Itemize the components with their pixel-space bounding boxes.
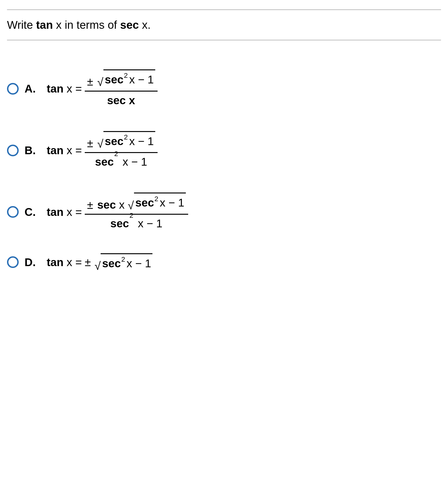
sqrt: √ sec2 x − 1 (97, 131, 155, 149)
radio-a[interactable] (7, 83, 19, 95)
q-prefix: Write (7, 19, 36, 31)
sqrt: √ sec2 x − 1 (97, 69, 155, 87)
lhs-var: x = (63, 206, 82, 218)
lhs-var: x = (63, 82, 82, 95)
radical-icon: √ (97, 138, 103, 150)
xminus1: x − 1 (160, 195, 184, 210)
option-label-a: A. (25, 81, 41, 96)
xminus1: x − 1 (135, 217, 162, 230)
plus-minus: ± (87, 137, 93, 150)
lhs-func: tan (47, 206, 63, 218)
xminus1: x − 1 (127, 256, 151, 271)
xminus1: x − 1 (120, 156, 147, 168)
x: x (116, 199, 124, 211)
option-label-d: D. (25, 254, 41, 270)
lhs-func: tan (47, 256, 63, 268)
lhs-func: tan (47, 144, 63, 157)
question-box: Write tan x in terms of sec x. (7, 9, 441, 40)
q-given: sec (120, 19, 139, 31)
sec: sec (95, 156, 114, 168)
sec: sec (105, 133, 123, 149)
option-b[interactable]: B. tan x = ± √ sec2 x − 1 sec2 x − 1 (7, 130, 441, 171)
sqrt: √ sec2 x − 1 (95, 253, 153, 271)
sec: sec (97, 199, 116, 211)
exp2: 2 (124, 132, 128, 142)
lhs-func: tan (47, 82, 63, 95)
exp2: 2 (114, 150, 118, 157)
sqrt: √ sec2 x − 1 (128, 193, 186, 210)
plus-minus: ± (87, 199, 93, 211)
sec: sec (102, 256, 121, 271)
plus-minus: ± (87, 75, 93, 88)
radio-d[interactable] (7, 256, 19, 268)
fraction-a: ± √ sec2 x − 1 sec x (85, 69, 158, 109)
option-c[interactable]: C. tan x = ± sec x √ sec2 x − 1 sec2 x −… (7, 192, 441, 232)
sec: sec (110, 217, 129, 230)
sec: sec (135, 195, 154, 210)
formula-b: tan x = ± √ sec2 x − 1 sec2 x − 1 (47, 130, 158, 171)
xminus1: x − 1 (129, 72, 153, 87)
exp2: 2 (154, 194, 159, 204)
plus-minus: ± (85, 254, 91, 270)
exp2: 2 (129, 211, 134, 219)
option-a[interactable]: A. tan x = ± √ sec2 x − 1 sec x (7, 69, 441, 109)
den-secx: sec x (107, 94, 135, 107)
fraction-b: ± √ sec2 x − 1 sec2 x − 1 (85, 130, 158, 171)
radical-icon: √ (95, 260, 101, 272)
fraction-c: ± sec x √ sec2 x − 1 sec2 x − 1 (85, 192, 188, 232)
radical-icon: √ (128, 200, 134, 211)
lhs-var: x = (63, 256, 82, 268)
q-target: tan (36, 19, 53, 31)
radio-b[interactable] (7, 145, 19, 156)
lhs-var: x = (63, 144, 82, 157)
option-label-b: B. (25, 143, 41, 158)
question-text: Write tan x in terms of sec x. (7, 19, 151, 31)
formula-c: tan x = ± sec x √ sec2 x − 1 sec2 x − 1 (47, 192, 188, 232)
option-d[interactable]: D. tan x = ± √ sec2 x − 1 (7, 253, 441, 271)
xminus1: x − 1 (129, 133, 153, 149)
q-suffix: x. (139, 19, 151, 31)
exp2: 2 (124, 70, 128, 80)
options-list: A. tan x = ± √ sec2 x − 1 sec x B. tan x… (7, 69, 441, 271)
formula-d: tan x = ± √ sec2 x − 1 (47, 253, 153, 271)
option-label-c: C. (25, 204, 41, 220)
q-mid: x in terms of (53, 19, 120, 31)
formula-a: tan x = ± √ sec2 x − 1 sec x (47, 69, 158, 109)
radio-c[interactable] (7, 206, 19, 218)
radical-icon: √ (97, 77, 103, 88)
sec: sec (105, 72, 123, 87)
exp2: 2 (121, 254, 125, 264)
